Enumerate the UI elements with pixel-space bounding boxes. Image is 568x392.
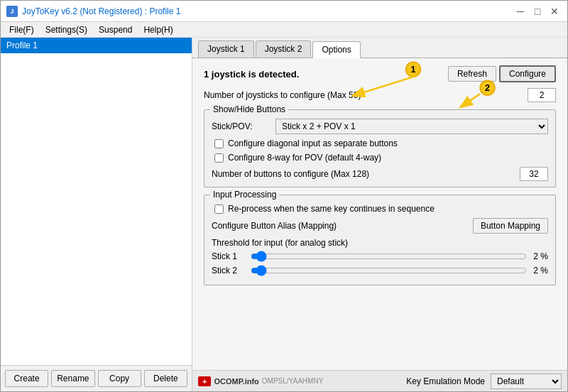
menu-bar: File(F) Settings(S) Suspend Help(H) <box>1 22 567 38</box>
sidebar-item-profile1[interactable]: Profile 1 <box>1 38 192 53</box>
stick2-pct: 2 % <box>527 266 548 276</box>
bottom-bar: + OCOMP.info OMPSL/YAAHMNY Key Emulation… <box>192 370 567 391</box>
key-emulation-label: Key Emulation Mode <box>406 376 485 386</box>
rename-button[interactable]: Rename <box>51 370 94 387</box>
stick1-slider[interactable] <box>251 251 527 262</box>
bottom-right: Key Emulation Mode Default DirectInput X… <box>406 374 562 389</box>
checkbox-reprocess[interactable] <box>214 205 224 214</box>
joystick-detected-text: 1 joystick is detected. <box>204 69 445 80</box>
menu-help[interactable]: Help(H) <box>138 23 178 36</box>
show-hide-content: Stick/POV: Stick x 2 + POV x 1 Stick x 1… <box>212 119 548 181</box>
copy-button[interactable]: Copy <box>98 370 141 387</box>
menu-settings[interactable]: Settings(S) <box>40 23 93 36</box>
maximize-button[interactable]: □ <box>530 4 545 18</box>
stick2-label: Stick 2 <box>212 266 251 276</box>
sidebar: Profile 1 Create Rename Copy Delete <box>1 38 192 391</box>
reprocess-label: Re-process when the same key continues i… <box>228 204 435 214</box>
app-window: J JoyToKey v6.2 (Not Registered) : Profi… <box>0 0 568 392</box>
title-bar-text: JoyToKey v6.2 (Not Registered) : Profile… <box>22 6 513 16</box>
stick1-slider-row: Stick 1 2 % <box>212 251 548 262</box>
button-mapping-button[interactable]: Button Mapping <box>473 218 548 234</box>
app-icon: J <box>6 6 18 17</box>
show-hide-title: Show/Hide Buttons <box>210 104 288 114</box>
configure-button[interactable]: Configure <box>499 65 556 82</box>
window-controls: ─ □ ✕ <box>513 4 562 18</box>
profile-list: Profile 1 <box>1 38 192 365</box>
show-hide-group: Show/Hide Buttons Stick/POV: Stick x 2 +… <box>204 109 556 187</box>
button-mapping-row: Configure Button Alias (Mapping) Button … <box>212 218 548 234</box>
main-content: Profile 1 Create Rename Copy Delete Joys… <box>1 38 567 391</box>
input-processing-content: Re-process when the same key continues i… <box>212 204 548 276</box>
stick-pov-select[interactable]: Stick x 2 + POV x 1 Stick x 1 + POV x 1 … <box>275 119 548 134</box>
num-joysticks-row: Number of joysticks to configure (Max 50… <box>204 88 556 102</box>
stick2-slider[interactable] <box>251 265 527 276</box>
sidebar-footer: Create Rename Copy Delete <box>1 365 192 391</box>
num-joysticks-input[interactable] <box>528 88 556 102</box>
options-panel: 1 joystick is detected. Refresh Configur… <box>192 58 567 370</box>
minimize-button[interactable]: ─ <box>513 4 528 18</box>
logo-text: OCOMP.info <box>214 377 258 386</box>
delete-button[interactable]: Delete <box>144 370 187 387</box>
num-buttons-input[interactable] <box>520 167 548 181</box>
tab-joystick2[interactable]: Joystick 2 <box>256 40 312 58</box>
checkbox-8way-label: Configure 8-way for POV (default 4-way) <box>228 153 381 163</box>
tab-joystick1[interactable]: Joystick 1 <box>198 40 254 58</box>
title-bar: J JoyToKey v6.2 (Not Registered) : Profi… <box>1 1 567 22</box>
checkbox-8way-row: Configure 8-way for POV (default 4-way) <box>212 153 548 163</box>
right-panel: Joystick 1 Joystick 2 Options 1 joystick… <box>192 38 567 391</box>
input-processing-group: Input Processing Re-process when the sam… <box>204 195 556 285</box>
button-alias-label: Configure Button Alias (Mapping) <box>212 221 473 231</box>
menu-suspend[interactable]: Suspend <box>93 23 138 36</box>
threshold-label: Threshold for input (for analog stick) <box>212 238 548 248</box>
create-button[interactable]: Create <box>5 370 48 387</box>
num-joysticks-label: Number of joysticks to configure (Max 50… <box>204 90 528 100</box>
stick-pov-label: Stick/POV: <box>212 121 275 131</box>
num-buttons-row: Number of buttons to configure (Max 128) <box>212 167 548 181</box>
num-buttons-label: Number of buttons to configure (Max 128) <box>212 169 520 179</box>
stick1-pct: 2 % <box>527 251 548 261</box>
bottom-logo: + OCOMP.info OMPSL/YAAHMNY <box>198 376 323 386</box>
stick2-slider-row: Stick 2 2 % <box>212 265 548 276</box>
stick1-label: Stick 1 <box>212 251 251 261</box>
tab-bar: Joystick 1 Joystick 2 Options <box>192 38 567 58</box>
checkbox-8way[interactable] <box>214 153 224 163</box>
stick-pov-row: Stick/POV: Stick x 2 + POV x 1 Stick x 1… <box>212 119 548 134</box>
input-processing-title: Input Processing <box>210 190 279 200</box>
tab-options[interactable]: Options <box>312 41 360 58</box>
checkbox-diagonal-label: Configure diagonal input as separate but… <box>228 138 398 148</box>
key-emulation-select[interactable]: Default DirectInput XInput <box>491 374 562 389</box>
reprocess-row: Re-process when the same key continues i… <box>212 204 548 214</box>
menu-file[interactable]: File(F) <box>4 23 40 36</box>
logo-sub: OMPSL/YAAHMNY <box>262 377 324 385</box>
close-button[interactable]: ✕ <box>547 4 562 18</box>
logo-badge: + <box>198 376 211 386</box>
checkbox-diagonal-row: Configure diagonal input as separate but… <box>212 138 548 148</box>
joystick-detected-row: 1 joystick is detected. Refresh Configur… <box>204 65 556 82</box>
refresh-button[interactable]: Refresh <box>448 66 496 82</box>
checkbox-diagonal[interactable] <box>214 139 224 148</box>
